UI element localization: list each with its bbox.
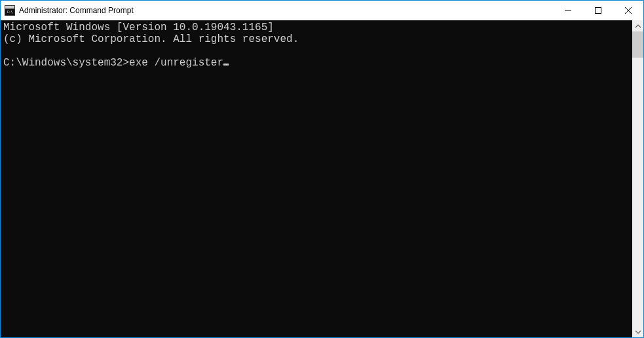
titlebar-left: C:\ Administrator: Command Prompt — [1, 1, 553, 20]
scroll-up-button[interactable] — [632, 20, 643, 31]
window-controls — [553, 1, 643, 20]
console-output[interactable]: Microsoft Windows [Version 10.0.19043.11… — [1, 20, 632, 337]
close-button[interactable] — [613, 1, 643, 20]
scroll-thumb[interactable] — [632, 31, 643, 58]
svg-rect-1 — [596, 8, 601, 14]
titlebar[interactable]: C:\ Administrator: Command Prompt — [1, 1, 643, 20]
window-title: Administrator: Command Prompt — [19, 6, 134, 15]
text-cursor — [223, 64, 229, 66]
scroll-track[interactable] — [632, 31, 643, 326]
vertical-scrollbar[interactable] — [632, 20, 643, 337]
console-prompt: C:\Windows\system32> — [3, 57, 129, 69]
minimize-button[interactable] — [553, 1, 583, 20]
cmd-icon: C:\ — [5, 5, 15, 16]
window: C:\ Administrator: Command Prompt Micros… — [0, 0, 644, 338]
console-line: (c) Microsoft Corporation. All rights re… — [3, 33, 299, 45]
scroll-down-button[interactable] — [632, 326, 643, 337]
console-command: exe /unregister — [129, 57, 223, 69]
maximize-button[interactable] — [583, 1, 613, 20]
console-area: Microsoft Windows [Version 10.0.19043.11… — [1, 20, 643, 337]
console-line: Microsoft Windows [Version 10.0.19043.11… — [3, 22, 274, 33]
